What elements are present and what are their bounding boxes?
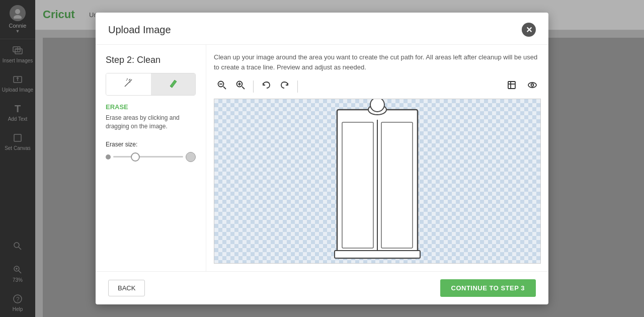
close-button[interactable]: ✕: [522, 23, 536, 37]
eraser-icon: [168, 77, 179, 91]
right-panel: Clean up your image around the area you …: [206, 45, 548, 271]
eraser-size-slider[interactable]: [113, 156, 183, 157]
description-text: Clean up your image around the area you …: [214, 52, 541, 72]
toolbar-right: [504, 78, 541, 95]
svg-rect-43: [335, 251, 420, 258]
left-panel: Step 2: Clean: [96, 45, 206, 271]
modal-footer: BACK CONTINUE TO STEP 3: [96, 271, 548, 304]
continue-to-step3-button[interactable]: CONTINUE TO STEP 3: [440, 279, 536, 297]
modal-overlay: Upload Image ✕ Step 2: Clean: [0, 0, 644, 317]
svg-line-31: [242, 87, 245, 89]
svg-line-27: [223, 87, 226, 89]
svg-rect-41: [342, 122, 373, 248]
tool-tabs: [106, 73, 196, 96]
preview-eye-button[interactable]: [524, 78, 541, 95]
svg-line-20: [129, 79, 130, 81]
eraser-size-slider-container: [106, 152, 196, 162]
image-canvas[interactable]: [214, 99, 541, 264]
svg-rect-42: [381, 122, 413, 248]
svg-rect-32: [508, 82, 515, 89]
svg-point-39: [370, 99, 384, 112]
toolbar-divider-2: [297, 81, 298, 93]
modal-title: Upload Image: [108, 24, 171, 36]
magic-wand-tab[interactable]: [106, 73, 151, 95]
slider-max-indicator: [186, 152, 196, 162]
svg-point-36: [531, 84, 534, 87]
wardrobe-image: [327, 99, 428, 264]
magic-wand-icon: [123, 77, 134, 91]
image-toolbar: [214, 78, 541, 95]
modal-body: Step 2: Clean: [96, 45, 548, 271]
zoom-out-button[interactable]: [214, 78, 230, 95]
back-button[interactable]: BACK: [108, 280, 145, 296]
undo-button[interactable]: [258, 78, 274, 95]
modal-header: Upload Image ✕: [96, 13, 548, 45]
svg-line-18: [125, 82, 130, 87]
redo-button[interactable]: [277, 78, 293, 95]
eraser-tab[interactable]: [151, 73, 196, 95]
svg-line-19: [130, 80, 132, 82]
toolbar-divider-1: [253, 81, 254, 93]
zoom-in-button[interactable]: [232, 78, 249, 95]
slider-min-indicator: [106, 154, 111, 160]
step-title: Step 2: Clean: [106, 55, 196, 65]
eraser-size-label: Eraser size:: [106, 141, 196, 148]
upload-image-modal: Upload Image ✕ Step 2: Clean: [96, 13, 548, 304]
crop-button[interactable]: [504, 78, 520, 95]
erase-label: ERASE: [106, 103, 196, 111]
svg-point-35: [528, 83, 536, 88]
svg-line-23: [126, 80, 127, 81]
erase-description: Erase areas by clicking and dragging on …: [106, 114, 196, 131]
